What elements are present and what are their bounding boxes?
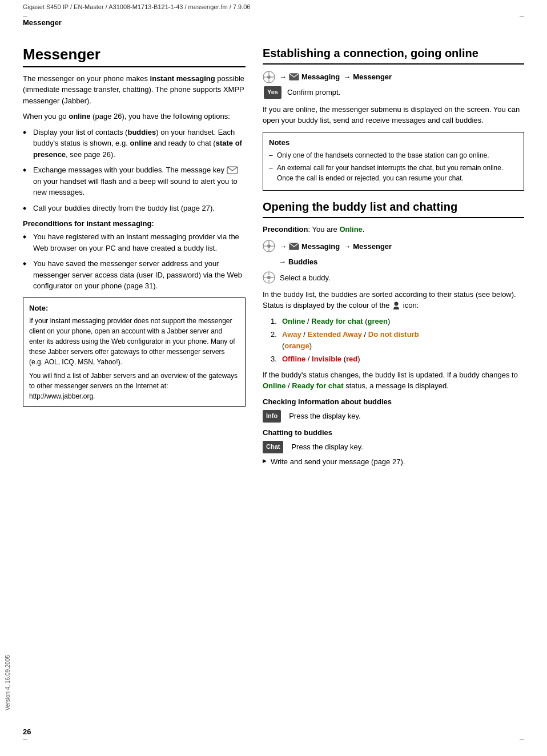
preconditions-list: You have registered with an instant mess… [23,231,246,292]
notes-box: Notes Only one of the handsets connected… [263,132,524,191]
select-buddy-text: Select a buddy. [280,271,331,284]
svg-point-16 [267,276,271,279]
corner-mark-tr [520,16,524,17]
change-online: Online [263,381,285,390]
arrow-4: → [343,240,351,253]
yes-button-label: Yes [264,86,281,99]
note-jabber-url: http://www.jabber.org. [29,391,239,401]
envelope-icon-1 [289,73,299,81]
status1-ready: Ready for chat [311,317,363,325]
corner-mark-bl [23,739,27,740]
page-number: 26 [23,727,31,736]
envelope-icon-2 [289,243,299,250]
precondition-label: Precondition [263,225,308,234]
option-1: Display your list of contacts (buddies) … [23,127,246,160]
notes-title: Notes [269,137,518,148]
status3-invisible: Invisible [312,355,341,363]
main-content: Messenger The messenger on your phone ma… [0,35,547,494]
status1-color: green [368,317,388,325]
messaging-label-2: Messaging [301,240,340,253]
status1-online: Online [282,317,305,325]
note-title: Note: [29,303,239,314]
info-button-label: Info [263,410,281,423]
nav-arrow-3: → [279,240,287,253]
messenger-label-2: Messenger [353,240,392,253]
messenger-label-1: Messenger [353,70,392,83]
nav-arrow-1: → [279,70,287,83]
status-2: 2. Away / Extended Away / Do not disturb… [271,329,524,351]
header-bar: Gigaset S450 IP / EN-Master / A31008-M17… [0,0,547,14]
version-label: Version 4, 16.09.2005 [5,655,11,710]
status2-away: Away [282,330,301,339]
status2-extended: Extended Away [308,330,362,339]
note-box: Note: If your instant messaging provider… [23,297,246,407]
right-column: Establishing a connection, going online … [263,46,524,472]
left-title: Messenger [23,46,246,63]
note-body-1: If your instant messaging provider does … [29,316,239,367]
joystick-icon-2 [263,240,275,252]
section2-nav-line1: → Messaging → Messenger [263,240,524,253]
checking-heading: Checking information about buddies [263,397,524,406]
yes-text: Confirm prompt. [287,86,340,99]
status2-dnd: Do not disturb [368,330,419,339]
status-list: 1. Online / Ready for chat (green) 2. Aw… [271,316,524,365]
messaging-label-1: Messaging [301,70,340,83]
precondition-2: You have saved the messenger server addr… [23,258,246,292]
note-2: An external call for your handset interr… [269,163,518,183]
section1-title: Establishing a connection, going online [263,46,524,60]
section1-divider [263,63,524,65]
svg-point-9 [267,244,271,248]
section2-nav-line3: Select a buddy. [263,271,524,284]
status-3: 3. Offline / Invisible (red) [271,353,524,365]
online-status: Online [339,225,362,234]
buddies-label: Buddies [288,255,317,268]
section2-divider [263,217,524,218]
notes-list: Only one of the handsets connected to th… [269,150,518,183]
left-divider [23,66,246,67]
change-ready: Ready for chat [292,381,343,390]
status3-color: red [346,355,357,363]
left-intro: The messenger on your phone makes instan… [23,73,246,107]
write-send-item: Write and send your message (page 27). [263,456,524,468]
section1-nav-line: → Messaging → Messenger [263,70,524,83]
section2-nav-line2: → Buddies [279,255,524,268]
status-1: 1. Online / Ready for chat (green) [271,316,524,327]
joystick-icon-3 [263,271,275,284]
left-column: Messenger The messenger on your phone ma… [23,46,246,472]
write-send-list: Write and send your message (page 27). [263,456,524,468]
section2-title: Opening the buddy list and chatting [263,200,524,214]
header-text: Gigaset S450 IP / EN-Master / A31008-M17… [23,3,250,10]
corner-mark-tl [23,16,27,17]
svg-point-21 [395,302,399,306]
message-key-icon [227,166,238,174]
nav-arrow-5: → [279,255,286,268]
note-1: Only one of the handsets connected to th… [269,150,518,160]
corner-mark-br [520,739,524,740]
status3-offline: Offline [282,355,305,363]
chatting-line: Chat Press the display key. [263,440,524,453]
left-online-intro: When you go online (page 26), you have t… [23,111,246,122]
note-body-2: You will find a list of Jabber servers a… [29,371,239,391]
chatting-heading: Chatting to buddies [263,428,524,437]
svg-point-2 [267,75,271,79]
preconditions-heading: Preconditions for instant messaging: [23,219,246,228]
option-3: Call your buddies directly from the budd… [23,203,246,214]
page-label: Messenger [23,18,524,27]
joystick-icon-1 [263,71,275,83]
buddy-status-icon [393,301,400,311]
buddy-change-text: If the buddy's status changes, the buddy… [263,369,524,392]
checking-text: Press the display key. [289,409,360,423]
chatting-text: Press the display key. [291,440,363,453]
section1-body: If you are online, the messenger submenu… [263,104,524,126]
precondition-line: Precondition: You are Online. [263,224,524,235]
page: Gigaset S450 IP / EN-Master / A31008-M17… [0,0,547,756]
checking-line: Info Press the display key. [263,409,524,423]
chat-button-label: Chat [263,441,283,453]
precondition-1: You have registered with an instant mess… [23,231,246,254]
arrow-2: → [343,70,351,83]
section2-body1: In the buddy list, the buddies are sorte… [263,289,524,311]
status2-color: orange [284,341,309,350]
section1-yes-line: Yes Confirm prompt. [264,86,524,99]
option-2: Exchange messages with your buddies. The… [23,164,246,198]
options-list: Display your list of contacts (buddies) … [23,127,246,214]
